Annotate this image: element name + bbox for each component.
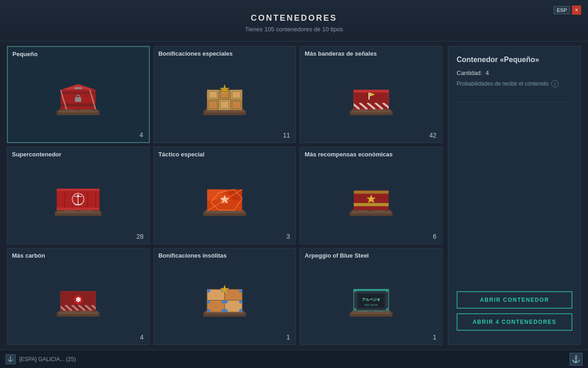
panel-probability-row: Probabilidades de recibir el contenido i xyxy=(457,80,572,87)
card-title-arpeggio: Arpeggio of Blue Steel xyxy=(305,252,437,259)
card-image-pequeno xyxy=(12,59,144,139)
container-card-supercontenedor[interactable]: Supercontenedor xyxy=(7,147,150,244)
card-title-bonif-insolitas: Bonificaciones insólitas xyxy=(158,252,291,259)
lang-badge-area: ESP × xyxy=(554,6,581,15)
card-count-bonif-especiales: 11 xyxy=(283,132,290,139)
open-one-button[interactable]: ABRIR CONTENEDOR xyxy=(457,291,572,309)
svg-rect-78 xyxy=(354,203,389,206)
card-title-mas-recompensas: Más recompensas económicas xyxy=(305,151,437,158)
card-image-bonif-insolitas xyxy=(158,261,291,342)
svg-rect-58 xyxy=(57,208,100,210)
player-info: ⚓ [ESPA] GALICIA... (25) xyxy=(6,354,76,364)
container-card-arpeggio[interactable]: Arpeggio of Blue Steel xyxy=(300,248,442,345)
svg-text:❄: ❄ xyxy=(75,296,81,304)
svg-point-110 xyxy=(225,300,228,304)
card-title-mas-banderas: Más banderas de señales xyxy=(305,50,437,57)
card-title-pequeno: Pequeño xyxy=(12,51,144,58)
svg-point-62 xyxy=(77,195,79,197)
svg-point-107 xyxy=(239,289,242,293)
anchor-button[interactable]: ⚓ xyxy=(570,353,582,366)
svg-point-109 xyxy=(221,300,225,304)
container-card-bonif-insolitas[interactable]: Bonificaciones insólitas xyxy=(153,248,296,345)
svg-point-108 xyxy=(207,300,210,304)
card-title-mas-carbon: Más carbón xyxy=(12,252,145,259)
quantity-label: Cantidad: xyxy=(457,69,482,76)
player-icon: ⚓ xyxy=(6,354,16,364)
svg-point-111 xyxy=(239,300,242,304)
svg-point-114 xyxy=(225,309,228,312)
card-count-mas-carbon: 4 xyxy=(140,334,144,341)
panel-spacer xyxy=(457,110,572,291)
container-card-mas-carbon[interactable]: Más carbón xyxy=(7,248,150,345)
card-image-mas-carbon: ❄ xyxy=(12,261,145,342)
card-image-mas-recompensas xyxy=(305,160,437,241)
svg-point-112 xyxy=(207,309,210,312)
card-count-arpeggio: 1 xyxy=(433,334,436,341)
info-icon: i xyxy=(551,80,559,87)
probability-label: Probabilidades de recibir el contenido xyxy=(457,80,548,87)
svg-point-129 xyxy=(354,290,356,292)
detail-panel: Contenedor «Pequeño» Cantidad: 4 Probabi… xyxy=(448,46,581,345)
subtitle: Tienes 105 contenedores de 10 tipos xyxy=(245,26,343,33)
card-title-bonif-especiales: Bonificaciones especiales xyxy=(158,50,291,57)
container-card-mas-recompensas[interactable]: Más recompensas económicas xyxy=(300,147,442,244)
bottom-bar: ⚓ [ESPA] GALICIA... (25) ⚓ xyxy=(0,350,588,368)
page-title: CONTENEDORES xyxy=(251,13,337,23)
panel-title: Contenedor «Pequeño» xyxy=(457,56,572,64)
svg-point-131 xyxy=(354,308,356,310)
open-all-button[interactable]: ABRIR 4 CONTENEDORES xyxy=(457,313,572,331)
card-image-bonif-especiales xyxy=(158,59,291,140)
svg-text:アルペジオ: アルペジオ xyxy=(362,298,380,302)
container-card-tactico-especial[interactable]: Táctico especial xyxy=(153,147,296,244)
card-image-arpeggio: アルペジオ ARS NOVA xyxy=(305,261,437,342)
card-count-bonif-insolitas: 1 xyxy=(287,334,290,341)
player-name: [ESPA] GALICIA... (25) xyxy=(19,356,76,362)
card-title-tactico-especial: Táctico especial xyxy=(158,151,291,158)
container-card-pequeno[interactable]: Pequeño xyxy=(7,46,150,143)
svg-point-132 xyxy=(386,308,388,310)
container-card-bonif-especiales[interactable]: Bonificaciones especiales xyxy=(153,46,296,143)
card-title-supercontenedor: Supercontenedor xyxy=(12,151,145,158)
svg-rect-43 xyxy=(368,92,370,99)
svg-rect-57 xyxy=(57,189,100,191)
svg-rect-124 xyxy=(354,289,389,291)
card-image-tactico-especial xyxy=(158,160,291,241)
svg-rect-79 xyxy=(354,190,389,194)
svg-rect-11 xyxy=(74,87,82,89)
card-count-tactico-especial: 3 xyxy=(287,233,290,240)
svg-point-115 xyxy=(239,309,242,312)
card-count-supercontenedor: 28 xyxy=(136,233,144,240)
header: CONTENEDORES Tienes 105 contenedores de … xyxy=(0,0,588,41)
card-count-mas-recompensas: 6 xyxy=(433,233,436,240)
quantity-value: 4 xyxy=(486,69,489,76)
panel-quantity-row: Cantidad: 4 xyxy=(457,69,572,76)
svg-point-104 xyxy=(207,289,210,293)
panel-divider xyxy=(457,102,572,103)
container-card-mas-banderas[interactable]: Más banderas de señales xyxy=(300,46,442,143)
card-image-supercontenedor xyxy=(12,160,145,241)
containers-grid: Pequeño xyxy=(7,46,442,345)
svg-point-113 xyxy=(221,309,225,312)
svg-rect-45 xyxy=(354,90,389,92)
card-count-mas-banderas: 42 xyxy=(429,132,436,139)
lang-tag: ESP xyxy=(554,6,570,14)
main-content: Pequeño xyxy=(0,41,588,350)
card-count-pequeno: 4 xyxy=(140,131,143,138)
card-image-mas-banderas xyxy=(305,59,437,140)
svg-point-130 xyxy=(386,290,388,292)
close-button[interactable]: × xyxy=(572,6,581,15)
svg-text:ARS NOVA: ARS NOVA xyxy=(364,304,378,306)
